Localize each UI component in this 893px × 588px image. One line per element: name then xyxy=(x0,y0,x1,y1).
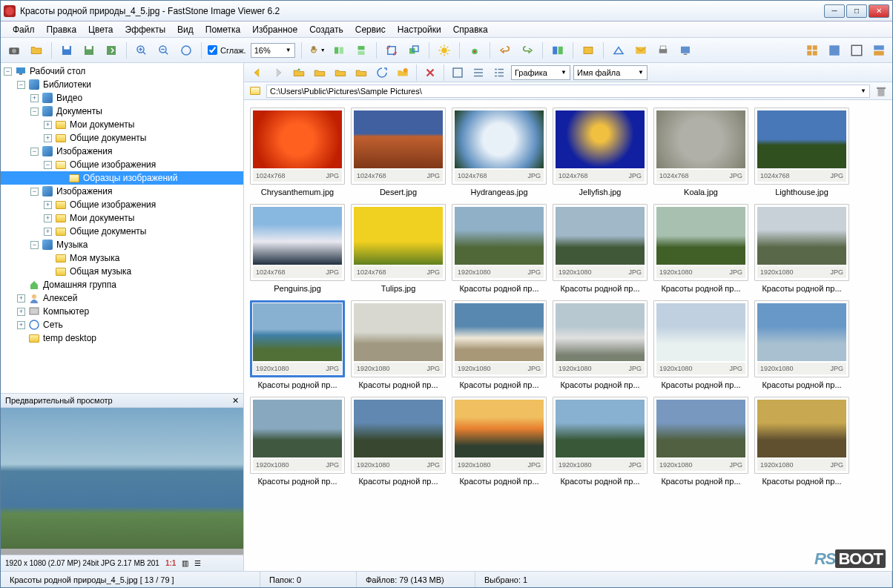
close-button[interactable]: ✕ xyxy=(869,4,889,18)
nav-newfolder-icon[interactable] xyxy=(394,64,412,82)
view-thumbs-icon[interactable] xyxy=(803,42,821,59)
thumbnail[interactable]: 1024x768JPGLighthouse.jpg xyxy=(754,108,849,196)
menu-Сервис[interactable]: Сервис xyxy=(349,22,392,37)
thumbnail[interactable]: 1920x1080JPGКрасоты родной пр... xyxy=(653,300,748,389)
thumbnail[interactable]: 1024x768JPGChrysanthemum.jpg xyxy=(250,108,345,196)
wallpaper-icon[interactable] xyxy=(676,42,694,59)
thumbnail[interactable]: 1920x1080JPGКрасоты родной пр... xyxy=(653,397,748,486)
view-list-icon[interactable] xyxy=(469,64,487,82)
menu-Цвета[interactable]: Цвета xyxy=(82,22,119,37)
path-folder-icon[interactable] xyxy=(248,85,262,98)
thumbnail[interactable]: 1024x768JPGTulips.jpg xyxy=(351,204,446,293)
open-folder-icon[interactable] xyxy=(27,42,45,59)
thumbnail[interactable]: 1920x1080JPGКрасоты родной пр... xyxy=(351,397,446,486)
tree-item[interactable]: −Библиотеки xyxy=(1,78,243,91)
thumbnail[interactable]: 1920x1080JPGКрасоты родной пр... xyxy=(351,300,446,389)
scan-icon[interactable] xyxy=(610,42,627,59)
histogram-icon[interactable]: ▥ xyxy=(182,559,188,567)
flip-h-icon[interactable] xyxy=(330,42,348,59)
tree-item[interactable]: −Рабочий стол xyxy=(1,65,243,78)
view-fullscreen-icon[interactable] xyxy=(848,42,866,59)
tree-item[interactable]: −Изображения xyxy=(1,185,243,198)
thumbnail[interactable]: 1024x768JPGKoala.jpg xyxy=(653,108,748,196)
slideshow-icon[interactable] xyxy=(579,42,597,59)
tree-item[interactable]: +Общие документы xyxy=(1,225,243,238)
zoom-select[interactable]: 16%▼ xyxy=(251,43,295,58)
thumbnail[interactable]: 1024x768JPGPenguins.jpg xyxy=(250,204,345,293)
smooth-checkbox[interactable]: Сглаж. xyxy=(208,45,246,55)
export-icon[interactable] xyxy=(102,42,120,59)
path-field[interactable]: C:\Users\Public\Pictures\Sample Pictures… xyxy=(266,85,870,98)
hand-icon[interactable]: ▼ xyxy=(308,42,326,59)
view-image-icon[interactable] xyxy=(826,42,843,59)
view-filter-select[interactable]: Графика▼ xyxy=(511,65,570,80)
tree-item[interactable]: +Мои документы xyxy=(1,211,243,225)
nav-up-icon[interactable] xyxy=(290,64,308,82)
view-details-icon[interactable] xyxy=(490,64,508,82)
crop-icon[interactable] xyxy=(383,42,401,59)
menu-Настройки[interactable]: Настройки xyxy=(392,22,447,37)
preview-close-icon[interactable]: ✕ xyxy=(232,396,239,406)
brightness-icon[interactable] xyxy=(435,42,453,59)
thumbnail[interactable]: 1920x1080JPGКрасоты родной пр... xyxy=(250,397,345,486)
menu-Вид[interactable]: Вид xyxy=(171,22,200,37)
tree-item[interactable]: −Общие изображения xyxy=(1,158,243,171)
print-icon[interactable] xyxy=(654,42,672,59)
thumbnail-grid[interactable]: 1024x768JPGChrysanthemum.jpg1024x768JPGD… xyxy=(244,100,892,571)
tree-item[interactable]: +Общие документы xyxy=(1,131,243,145)
thumbnail[interactable]: 1920x1080JPGКрасоты родной пр... xyxy=(553,204,647,293)
menu-Пометка[interactable]: Пометка xyxy=(200,22,247,37)
trash-icon[interactable] xyxy=(874,85,888,98)
tree-item[interactable]: +Компьютер xyxy=(1,305,243,318)
tree-item[interactable]: −Музыка xyxy=(1,238,243,251)
save-as-icon[interactable] xyxy=(80,42,98,59)
menu-Правка[interactable]: Правка xyxy=(41,22,83,37)
thumbnail[interactable]: 1920x1080JPGКрасоты родной пр... xyxy=(250,300,345,389)
menu-Эффекты[interactable]: Эффекты xyxy=(119,22,172,37)
delete-icon[interactable] xyxy=(421,64,439,82)
nav-back-icon[interactable] xyxy=(248,64,266,82)
thumbnail[interactable]: 1920x1080JPGКрасоты родной пр... xyxy=(754,204,849,293)
thumbnail[interactable]: 1920x1080JPGКрасоты родной пр... xyxy=(754,300,849,389)
minimize-button[interactable]: ─ xyxy=(824,4,845,18)
redeye-icon[interactable] xyxy=(466,42,484,59)
email-icon[interactable] xyxy=(632,42,650,59)
resize-icon[interactable] xyxy=(405,42,423,59)
thumbnail[interactable]: 1024x768JPGJellyfish.jpg xyxy=(553,108,647,196)
nav-refresh-icon[interactable] xyxy=(311,64,329,82)
tree-item[interactable]: +Мои документы xyxy=(1,118,243,131)
compare-icon[interactable] xyxy=(549,42,567,59)
maximize-button[interactable]: □ xyxy=(846,4,867,18)
thumbnail[interactable]: 1024x768JPGHydrangeas.jpg xyxy=(452,108,547,196)
tree-item[interactable]: Моя музыка xyxy=(1,251,243,265)
tree-item[interactable]: +Видео xyxy=(1,91,243,105)
nav-forward-icon[interactable] xyxy=(269,64,287,82)
tree-item[interactable]: −Изображения xyxy=(1,145,243,158)
nav-home-icon[interactable] xyxy=(332,64,349,82)
tree-item[interactable]: −Документы xyxy=(1,105,243,118)
thumbnail[interactable]: 1920x1080JPGКрасоты родной пр... xyxy=(452,300,547,389)
tree-item[interactable]: Общая музыка xyxy=(1,265,243,278)
nav-reload-icon[interactable] xyxy=(373,64,391,82)
undo-icon[interactable] xyxy=(496,42,514,59)
thumbnail[interactable]: 1920x1080JPGКрасоты родной пр... xyxy=(553,397,647,486)
info-icon[interactable]: ☰ xyxy=(194,559,201,567)
menu-Избранное[interactable]: Избранное xyxy=(246,22,303,37)
view-split-icon[interactable] xyxy=(870,42,888,59)
thumbnail[interactable]: 1024x768JPGDesert.jpg xyxy=(351,108,446,196)
thumbnail[interactable]: 1920x1080JPGКрасоты родной пр... xyxy=(452,204,547,293)
menu-Файл[interactable]: Файл xyxy=(7,22,41,37)
zoom-fit-icon[interactable] xyxy=(177,42,195,59)
thumbnail[interactable]: 1920x1080JPGКрасоты родной пр... xyxy=(754,397,849,486)
view-large-icon[interactable] xyxy=(449,64,467,82)
menu-Справка[interactable]: Справка xyxy=(447,22,494,37)
zoom-in-icon[interactable] xyxy=(133,42,151,59)
tree-item[interactable]: +Общие изображения xyxy=(1,198,243,211)
flip-v-icon[interactable] xyxy=(352,42,370,59)
zoom-out-icon[interactable] xyxy=(155,42,173,59)
folder-tree[interactable]: −Рабочий стол−Библиотеки+Видео−Документы… xyxy=(1,63,243,393)
camera-icon[interactable] xyxy=(5,42,23,59)
nav-fav-icon[interactable] xyxy=(352,64,370,82)
tree-item[interactable]: Домашняя группа xyxy=(1,278,243,291)
menu-Создать[interactable]: Создать xyxy=(303,22,349,37)
